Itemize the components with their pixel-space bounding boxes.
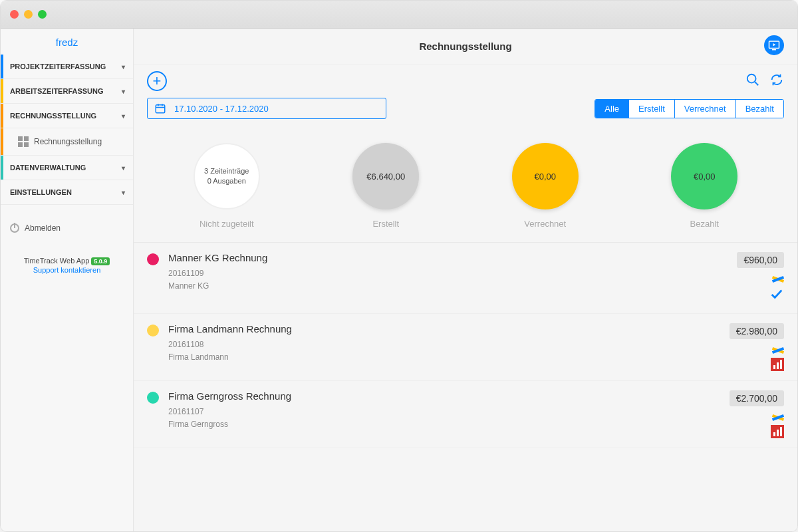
invoice-list: Manner KG Rechnung20161109Manner KG€960,… bbox=[134, 243, 797, 531]
date-range-label: 17.10.2020 - 17.12.2020 bbox=[174, 104, 269, 114]
invoice-number: 20161107 bbox=[168, 406, 720, 418]
filter-tab-erstellt[interactable]: Erstellt bbox=[629, 100, 675, 118]
nav-item-einstellungen[interactable]: EINSTELLUNGEN ▾ bbox=[1, 180, 133, 205]
sidebar-footer: TimeTrack Web App 5.0.9 Support kontakti… bbox=[1, 257, 133, 274]
search-icon[interactable] bbox=[745, 72, 760, 90]
chart-icon[interactable] bbox=[771, 425, 784, 438]
filter-tab-bezahlt[interactable]: Bezahlt bbox=[736, 100, 783, 118]
invoice-number: 20161109 bbox=[168, 267, 728, 280]
svg-rect-5 bbox=[156, 105, 165, 113]
invoice-row[interactable]: Firma Gerngross Rechnung20161107Firma Ge… bbox=[134, 381, 797, 448]
chevron-down-icon: ▾ bbox=[122, 88, 125, 95]
svg-line-4 bbox=[755, 82, 759, 86]
nav-label: PROJEKTZEITERFASSUNG bbox=[10, 63, 106, 70]
page-title: Rechnungsstellung bbox=[419, 41, 511, 52]
stat-label: Nicht zugeteilt bbox=[200, 219, 254, 229]
app-name-label: TimeTrack Web App bbox=[24, 257, 90, 265]
stat-value: €6.640,00 bbox=[366, 172, 405, 182]
power-icon bbox=[10, 223, 19, 233]
status-dot bbox=[147, 253, 159, 265]
nav-sub-label: Rechnungsstellung bbox=[34, 137, 102, 146]
brand-label: fredz bbox=[1, 29, 133, 55]
chart-icon[interactable] bbox=[771, 358, 784, 371]
invoice-client: Manner KG bbox=[168, 280, 728, 293]
invoice-client: Firma Landmann bbox=[168, 351, 720, 364]
window-maximize-button[interactable] bbox=[38, 10, 47, 19]
chevron-down-icon: ▾ bbox=[122, 189, 125, 196]
chevron-down-icon: ▾ bbox=[122, 164, 125, 172]
nav-label: DATENVERWALTUNG bbox=[10, 164, 86, 172]
stats-row: 3 Zeiteinträge 0 Ausgaben Nicht zugeteil… bbox=[134, 123, 797, 243]
date-range-picker[interactable]: 17.10.2020 - 17.12.2020 bbox=[147, 98, 386, 119]
stat-value: €0,00 bbox=[534, 172, 556, 182]
stat-created[interactable]: €6.640,00 Erstellt bbox=[352, 143, 419, 229]
invoice-amount: €960,00 bbox=[737, 252, 784, 268]
nav-label: ARBEITSZEITERFASSUNG bbox=[10, 87, 104, 95]
status-dot bbox=[147, 325, 159, 336]
chevron-down-icon: ▾ bbox=[122, 63, 125, 70]
page-header: Rechnungsstellung bbox=[134, 29, 797, 65]
refresh-icon[interactable] bbox=[769, 72, 784, 90]
version-badge: 5.0.9 bbox=[91, 257, 110, 265]
nav-label: RECHNUNGSSTELLUNG bbox=[10, 112, 96, 120]
x-icon[interactable] bbox=[772, 343, 784, 355]
stat-paid[interactable]: €0,00 Bezahlt bbox=[671, 143, 737, 229]
filter-tab-alle[interactable]: Alle bbox=[595, 100, 629, 118]
stat-unassigned[interactable]: 3 Zeiteinträge 0 Ausgaben Nicht zugeteil… bbox=[194, 143, 260, 229]
window-minimize-button[interactable] bbox=[24, 10, 33, 19]
status-dot bbox=[147, 392, 159, 404]
nav-item-rechnungsstellung[interactable]: RECHNUNGSSTELLUNG ▾ bbox=[1, 104, 133, 128]
logout-button[interactable]: Abmelden bbox=[1, 213, 133, 243]
stat-line1: 3 Zeiteinträge bbox=[204, 166, 249, 176]
tutorial-icon[interactable] bbox=[764, 35, 784, 55]
x-icon[interactable] bbox=[772, 410, 784, 422]
stat-label: Verrechnet bbox=[524, 219, 566, 229]
invoice-title: Firma Landmann Rechnung bbox=[168, 323, 720, 334]
invoice-row[interactable]: Firma Landmann Rechnung20161108Firma Lan… bbox=[134, 314, 797, 381]
stat-label: Bezahlt bbox=[690, 219, 719, 229]
filter-tab-verrechnet[interactable]: Verrechnet bbox=[675, 100, 736, 118]
nav-item-arbeitszeiterfassung[interactable]: ARBEITSZEITERFASSUNG ▾ bbox=[1, 79, 133, 104]
filter-tabs: Alle Erstellt Verrechnet Bezahlt bbox=[595, 99, 784, 118]
window-close-button[interactable] bbox=[10, 10, 19, 19]
svg-point-3 bbox=[747, 74, 756, 83]
nav-item-projektzeiterfassung[interactable]: PROJEKTZEITERFASSUNG ▾ bbox=[1, 55, 133, 79]
sidebar: fredz PROJEKTZEITERFASSUNG ▾ ARBEITSZEIT… bbox=[1, 29, 134, 531]
check-icon[interactable] bbox=[769, 287, 784, 304]
nav-sub-rechnungsstellung[interactable]: Rechnungsstellung bbox=[1, 128, 133, 156]
nav-item-datenverwaltung[interactable]: DATENVERWALTUNG ▾ bbox=[1, 156, 133, 180]
invoice-title: Manner KG Rechnung bbox=[168, 252, 728, 263]
logout-label: Abmelden bbox=[25, 223, 61, 233]
chevron-down-icon: ▾ bbox=[122, 112, 125, 120]
calendar-icon bbox=[154, 102, 166, 114]
support-link[interactable]: Support kontaktieren bbox=[7, 266, 126, 274]
window-titlebar bbox=[1, 1, 797, 29]
x-icon[interactable] bbox=[772, 272, 784, 284]
main-content: Rechnungsstellung + 17.10.2020 - 17 bbox=[134, 29, 797, 531]
invoice-title: Firma Gerngross Rechnung bbox=[168, 390, 720, 402]
stat-label: Erstellt bbox=[372, 219, 399, 229]
nav-label: EINSTELLUNGEN bbox=[10, 188, 72, 196]
invoice-client: Firma Gerngross bbox=[168, 418, 720, 431]
stat-line2: 0 Ausgaben bbox=[207, 176, 246, 186]
stat-value: €0,00 bbox=[694, 172, 716, 182]
stat-billed[interactable]: €0,00 Verrechnet bbox=[512, 143, 579, 229]
grid-icon bbox=[18, 136, 29, 147]
invoice-amount: €2.980,00 bbox=[730, 323, 784, 339]
invoice-amount: €2.700,00 bbox=[730, 390, 784, 406]
svg-marker-1 bbox=[773, 43, 776, 47]
toolbar: + 17.10.2020 - 17.12.2020 Alle Erstellt bbox=[134, 65, 797, 123]
invoice-number: 20161108 bbox=[168, 338, 720, 351]
invoice-row[interactable]: Manner KG Rechnung20161109Manner KG€960,… bbox=[134, 243, 797, 314]
add-invoice-button[interactable]: + bbox=[147, 71, 167, 91]
